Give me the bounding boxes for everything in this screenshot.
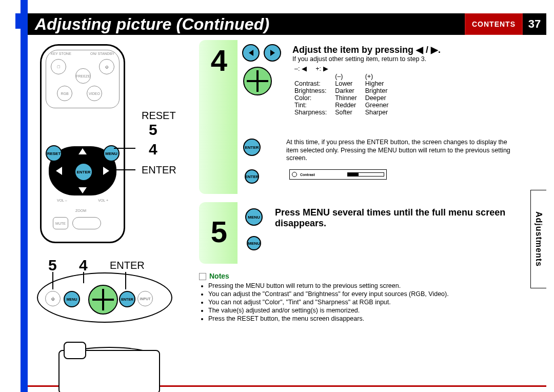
step-number: 5 <box>204 214 234 249</box>
list-item: The value(s) adjusted and/or setting(s) … <box>208 307 543 314</box>
freeze-label: FREEZE <box>76 74 90 78</box>
step4-left-right-icons <box>242 44 281 62</box>
projector-top-panel: ⏻ MENU ENTER INPUT <box>37 272 172 323</box>
video-label: VIDEO <box>89 92 100 95</box>
menu-label: MENU <box>248 215 260 220</box>
onstandby-button[interactable]: ⏻ <box>99 59 114 74</box>
rgb-label: RGB <box>61 92 68 95</box>
section-tab-label: Adjustments <box>534 211 543 267</box>
step4-headline-text: Adjust the item by pressing <box>292 45 416 55</box>
left-blue-rail <box>21 0 28 392</box>
leader-line <box>114 148 135 149</box>
enter-button-icon: ENTER <box>243 139 261 156</box>
leader-line <box>114 169 135 170</box>
panel-callout-enter: ENTER <box>110 260 145 271</box>
enter-button[interactable]: ENTER <box>74 163 93 181</box>
table-row: Color:ThinnerDeeper <box>294 94 397 102</box>
remote-control: KEY STONE ON/ STANDBY ▢ ⏻ FREEZE RGB VID… <box>40 44 125 243</box>
arrow-up-icon <box>78 148 87 154</box>
contrast-osd-box: Contrast <box>289 169 387 180</box>
menu-label: MENU <box>248 241 260 246</box>
video-button[interactable]: VIDEO <box>87 86 102 101</box>
mute-label: MUTE <box>55 222 66 225</box>
col-plus: (+) <box>365 73 397 80</box>
step4-sub: If you adjust other setting item, return… <box>292 55 513 64</box>
notes-list: Pressing the MENU button will return to … <box>199 282 543 322</box>
enter-label: ENTER <box>245 145 259 150</box>
step5-headline: Press MENU several times until the full … <box>275 207 515 229</box>
left-illustrations: KEY STONE ON/ STANDBY ▢ ⏻ FREEZE RGB VID… <box>37 44 187 243</box>
keystone-label: KEY STONE <box>51 52 71 55</box>
contrast-osd-label: Contrast <box>300 173 315 177</box>
panel-power-button[interactable]: ⏻ <box>45 291 61 306</box>
arrow-down-icon <box>78 187 87 193</box>
arrow-right-icon <box>103 167 109 175</box>
legend-plus: +: ▶ <box>315 65 328 72</box>
enter-button-icon-small: ENTER <box>245 169 259 184</box>
rgb-button[interactable]: RGB <box>57 86 72 101</box>
step5-menu-icons: MENU MENU <box>245 208 263 250</box>
step4-headline-suffix: . <box>438 45 441 55</box>
reset-button[interactable]: RESET <box>46 145 62 162</box>
list-item: Press the RESET button, the menu screen … <box>208 315 543 322</box>
step4-green-dial <box>243 67 272 95</box>
contents-button[interactable]: CONTENTS <box>465 13 523 35</box>
table-row: Sharpness:SofterSharper <box>294 109 397 116</box>
list-item: You can adjust the "Contrast" and "Brigh… <box>208 290 543 298</box>
panel-menu-label: MENU <box>67 298 77 301</box>
panel-input-button[interactable]: INPUT <box>137 291 153 306</box>
adjustment-table: (–)(+) Contrast:LowerHigher Brightness:D… <box>294 73 397 116</box>
menu-button-icon: MENU <box>245 208 263 226</box>
page-number: 37 <box>523 17 546 31</box>
step-4-box: 4 Adjust the item by pressing ◀ / ▶. If … <box>199 40 520 194</box>
notes-section: Notes Pressing the MENU button will retu… <box>199 272 543 323</box>
panel-enter-button[interactable]: ENTER <box>119 291 135 307</box>
mute-button[interactable]: MUTE <box>53 217 68 229</box>
list-item: Pressing the MENU button will return to … <box>208 282 543 289</box>
remote-nav-cluster: RESET MENU ENTER <box>49 146 116 195</box>
list-item: You can not adjust "Color", "Tint" and "… <box>208 299 543 306</box>
table-row: Contrast:LowerHigher <box>294 80 397 87</box>
contrast-osd-icon <box>292 172 297 177</box>
callout-4: 4 <box>149 141 157 158</box>
step-5-box: 5 MENU MENU Press MENU several times unt… <box>199 202 520 264</box>
arrow-left-icon <box>56 167 62 175</box>
zoom-label: ZOOM <box>75 209 86 212</box>
col-minus: (–) <box>335 73 365 80</box>
header-bar: Adjusting picture (Continued) CONTENTS 3… <box>28 13 546 35</box>
vol-minus-label: VOL – <box>57 199 67 202</box>
freeze-button[interactable]: FREEZE <box>75 68 91 84</box>
vol-plus-label: VOL + <box>98 199 108 202</box>
nav-dial-icon <box>243 67 272 95</box>
legend-minus: –: ◀ <box>294 65 307 72</box>
panel-nav-dial[interactable] <box>88 285 118 315</box>
page-root: Adjusting picture (Continued) CONTENTS 3… <box>0 0 554 392</box>
page-title: Adjusting picture (Continued) <box>33 13 269 35</box>
left-arrow-icon <box>242 44 260 62</box>
notes-heading: Notes <box>199 272 543 280</box>
callout-reset: RESET <box>142 110 176 122</box>
panel-menu-button[interactable]: MENU <box>64 291 80 307</box>
right-arrow-icon <box>264 44 281 62</box>
callout-enter: ENTER <box>142 164 176 176</box>
onstandby-label: ON/ STANDBY <box>90 52 114 55</box>
step4-headline: Adjust the item by pressing ◀ / ▶. <box>292 44 515 55</box>
table-row: Tint:RedderGreener <box>294 102 397 109</box>
panel-enter-label: ENTER <box>121 298 133 301</box>
contrast-osd-bar <box>347 172 384 177</box>
panel-input-label: INPUT <box>140 297 151 301</box>
table-row: Brightness:DarkerBrighter <box>294 87 397 94</box>
panel-callout-5: 5 <box>48 257 57 274</box>
step4-note: At this time, if you press the ENTER but… <box>286 139 514 163</box>
keystone-button[interactable]: ▢ <box>51 59 66 74</box>
zoom-rocker[interactable] <box>72 217 101 229</box>
enter-label: ENTER <box>76 170 90 174</box>
panel-callout-4: 4 <box>79 257 88 274</box>
enter-label: ENTER <box>245 174 259 179</box>
legend-row: –: ◀ +: ▶ <box>294 65 328 72</box>
reset-label: RESET <box>47 151 61 156</box>
projector-icon <box>54 342 162 392</box>
step-number: 4 <box>204 43 234 77</box>
callout-5: 5 <box>149 121 157 139</box>
step4-enter-icons: ENTER ENTER <box>243 139 261 184</box>
